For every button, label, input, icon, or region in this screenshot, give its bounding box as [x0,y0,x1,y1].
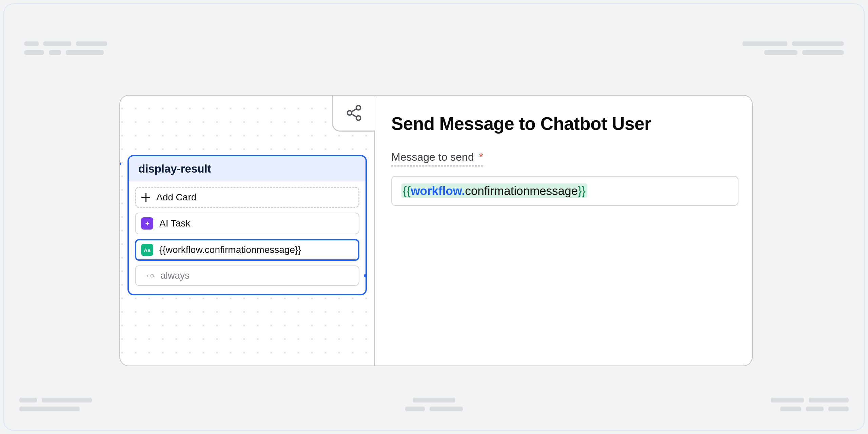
placeholder-bottom-right [771,398,849,411]
canvas-pane[interactable]: display-result Add Card ✦ AI Task [120,96,375,366]
card-label: AI Task [159,218,190,229]
variable-token[interactable]: {{workflow.confirmationmessage}} [401,183,587,198]
placeholder-top-right [743,41,844,55]
node-input-port[interactable] [119,162,121,165]
svg-line-4 [351,114,356,117]
transition-row[interactable]: →○ always [135,265,359,286]
message-input[interactable]: {{workflow.confirmationmessage}} [391,176,738,206]
svg-point-1 [356,105,360,110]
add-card-label: Add Card [156,192,196,203]
share-nodes-icon [345,104,363,122]
card-ai-task[interactable]: ✦ AI Task [135,213,359,234]
transition-icon: →○ [141,271,154,280]
card-label: {{workflow.confirmationmessage}} [159,244,301,255]
plus-icon [141,193,150,202]
inspector-title: Send Message to Chatbot User [391,113,738,134]
share-button[interactable] [332,95,375,132]
ai-task-icon: ✦ [141,217,153,230]
text-card-icon: Aa [141,244,153,256]
field-label: Message to send * [391,151,483,166]
placeholder-top-left [24,41,107,55]
required-indicator: * [479,151,483,163]
workflow-editor: display-result Add Card ✦ AI Task [119,95,753,366]
transition-label: always [160,270,190,281]
field-group: Message to send * {{workflow.confirmatio… [391,151,738,206]
placeholder-bottom-left [19,398,92,411]
app-frame: display-result Add Card ✦ AI Task [3,3,865,431]
node-output-port[interactable] [364,274,367,277]
inspector-pane: Send Message to Chatbot User Message to … [375,96,752,366]
node-body: Add Card ✦ AI Task Aa {{workflow.confirm… [129,181,366,294]
svg-point-0 [347,111,352,115]
workflow-node[interactable]: display-result Add Card ✦ AI Task [127,155,367,295]
svg-point-2 [356,116,360,120]
svg-line-3 [351,109,356,112]
node-title[interactable]: display-result [129,156,366,181]
placeholder-bottom-center [405,398,463,411]
add-card-button[interactable]: Add Card [135,187,359,208]
card-send-message[interactable]: Aa {{workflow.confirmationmessage}} [135,239,359,261]
